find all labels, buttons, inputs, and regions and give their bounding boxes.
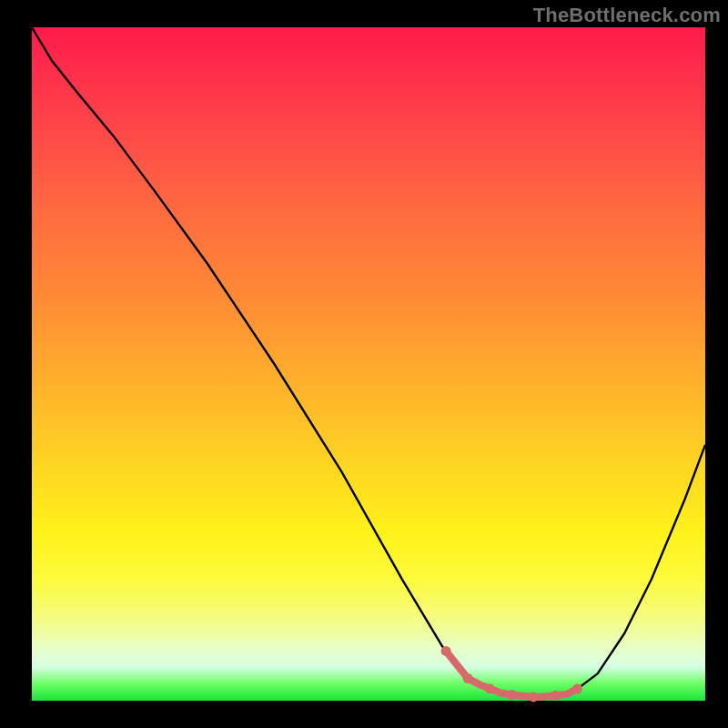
watermark-label: TheBottleneck.com xyxy=(533,4,721,27)
highlight-dot xyxy=(529,692,539,702)
highlight-dot xyxy=(572,684,582,694)
highlight-dot xyxy=(485,683,495,693)
highlight-dot xyxy=(507,690,517,700)
plot-area xyxy=(32,27,705,701)
highlight-dot xyxy=(551,691,561,701)
highlight-dot xyxy=(441,646,451,656)
bottleneck-chart: TheBottleneck.com xyxy=(0,0,728,728)
bottleneck-curve xyxy=(32,27,705,697)
curve-layer xyxy=(32,27,705,701)
highlight-dot xyxy=(463,673,473,683)
